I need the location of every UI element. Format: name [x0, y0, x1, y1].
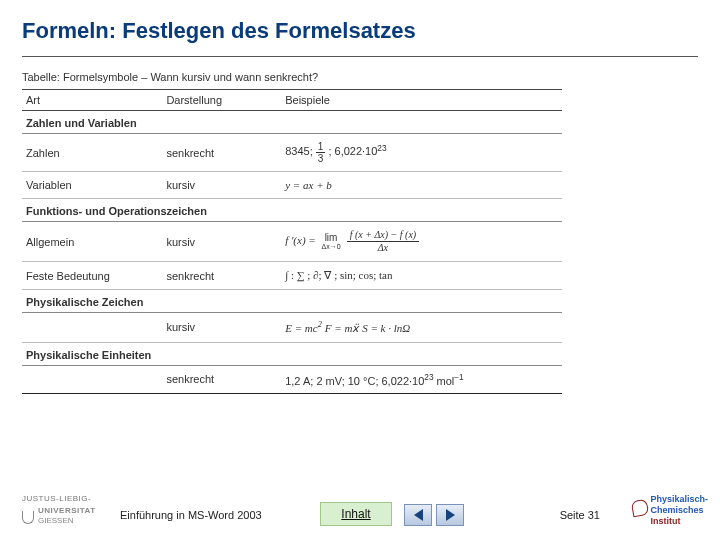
- prev-button[interactable]: [404, 504, 432, 526]
- presentation-title: Einführung in MS-Word 2003: [120, 509, 262, 521]
- slide-title: Formeln: Festlegen des Formelsatzes: [0, 0, 720, 50]
- units-post: mol: [434, 374, 455, 386]
- shield-icon: [22, 511, 34, 524]
- cell-dar: senkrecht: [162, 262, 281, 290]
- logo-left-top: JUSTUS-LIEBIG-: [22, 494, 96, 504]
- row-allgemein: Allgemein kursiv f '(x) = lim Δx→0 f (x …: [22, 222, 562, 262]
- title-divider: [22, 56, 698, 57]
- th-dar: Darstellung: [162, 90, 281, 111]
- cell-art: Feste Bedeutung: [22, 262, 162, 290]
- operators-list: ∫ : ∑ ; ∂; ∇ ; sin; cos; tan: [285, 269, 392, 281]
- lim-bot: Δx→0: [321, 243, 340, 251]
- next-button[interactable]: [436, 504, 464, 526]
- formula-linear: y = ax + b: [285, 179, 332, 191]
- zahlen-post: ; 6,022·10: [328, 145, 377, 157]
- section-units: Physikalische Einheiten: [22, 342, 562, 365]
- emc2-exp: 2: [318, 320, 322, 329]
- cell-art: Allgemein: [22, 222, 162, 262]
- deriv-den: Δx: [347, 242, 420, 254]
- frac-den: 3: [316, 153, 326, 164]
- section-zahlen: Zahlen und Variablen: [22, 111, 562, 134]
- zahlen-exp: 23: [377, 144, 386, 153]
- table-caption: Tabelle: Formelsymbole – Wann kursiv und…: [22, 71, 562, 83]
- cell-bsp: f '(x) = lim Δx→0 f (x + Δx) − f (x) Δx: [281, 222, 562, 262]
- row-units: senkrecht 1,2 A; 2 mV; 10 °C; 6,022·1023…: [22, 365, 562, 394]
- logo-right-l3: Institut: [650, 516, 708, 527]
- cell-dar: senkrecht: [162, 134, 281, 172]
- table-container: Tabelle: Formelsymbole – Wann kursiv und…: [22, 71, 562, 394]
- logo-right-l1: Physikalisch-: [650, 494, 708, 505]
- cell-dar: kursiv: [162, 313, 281, 343]
- triangle-right-icon: [446, 509, 455, 521]
- emc2-eq: E = mc: [285, 322, 317, 334]
- cell-art: Variablen: [22, 172, 162, 199]
- section-funktions: Funktions- und Operationszeichen: [22, 199, 562, 222]
- section-phys: Physikalische Zeichen: [22, 290, 562, 313]
- cell-bsp: y = ax + b: [281, 172, 562, 199]
- deriv-frac: f (x + Δx) − f (x) Δx: [347, 229, 420, 254]
- page-number: Seite 31: [560, 509, 600, 521]
- uni-logo-left: JUSTUS-LIEBIG- UNIVERSITAT GIESSEN: [22, 494, 96, 526]
- cell-dar: senkrecht: [162, 365, 281, 394]
- deriv-num: f (x + Δx) − f (x): [347, 229, 420, 242]
- cell-bsp: ∫ : ∑ ; ∂; ∇ ; sin; cos; tan: [281, 262, 562, 290]
- row-zahlen: Zahlen senkrecht 8345; 1 3 ; 6,022·1023: [22, 134, 562, 172]
- row-feste: Feste Bedeutung senkrecht ∫ : ∑ ; ∂; ∇ ;…: [22, 262, 562, 290]
- units-exp2: −1: [454, 373, 463, 382]
- cell-bsp: 8345; 1 3 ; 6,022·1023: [281, 134, 562, 172]
- frac-num: 1: [316, 141, 326, 153]
- cell-dar: kursiv: [162, 222, 281, 262]
- units-exp1: 23: [424, 373, 433, 382]
- phys-eqs: F = mẍ S = k · lnΩ: [325, 322, 410, 334]
- deriv-lhs: f '(x) =: [285, 234, 318, 246]
- cell-bsp: 1,2 A; 2 mV; 10 °C; 6,022·1023 mol−1: [281, 365, 562, 394]
- th-bsp: Beispiele: [281, 90, 562, 111]
- institute-icon: [631, 499, 650, 518]
- footer: JUSTUS-LIEBIG- UNIVERSITAT GIESSEN Einfü…: [0, 482, 720, 530]
- institute-logo-right: Physikalisch- Chemisches Institut: [650, 494, 708, 527]
- th-art: Art: [22, 90, 162, 111]
- formula-table: Art Darstellung Beispiele Zahlen und Var…: [22, 89, 562, 394]
- cell-dar: kursiv: [162, 172, 281, 199]
- inhalt-button[interactable]: Inhalt: [320, 502, 392, 526]
- cell-art: [22, 313, 162, 343]
- zahlen-pre: 8345;: [285, 145, 316, 157]
- units-pre: 1,2 A; 2 mV; 10 °C; 6,022·10: [285, 374, 424, 386]
- lim-top: lim: [321, 233, 340, 243]
- row-phys-zeichen: kursiv E = mc2 F = mẍ S = k · lnΩ: [22, 313, 562, 343]
- cell-art: [22, 365, 162, 394]
- row-variablen: Variablen kursiv y = ax + b: [22, 172, 562, 199]
- cell-art: Zahlen: [22, 134, 162, 172]
- triangle-left-icon: [414, 509, 423, 521]
- limit-block: lim Δx→0: [321, 233, 340, 251]
- fraction-1-3: 1 3: [316, 141, 326, 164]
- cell-bsp: E = mc2 F = mẍ S = k · lnΩ: [281, 313, 562, 343]
- logo-left-city: GIESSEN: [38, 516, 96, 526]
- logo-right-l2: Chemisches: [650, 505, 708, 516]
- logo-left-uni: UNIVERSITAT: [38, 506, 96, 516]
